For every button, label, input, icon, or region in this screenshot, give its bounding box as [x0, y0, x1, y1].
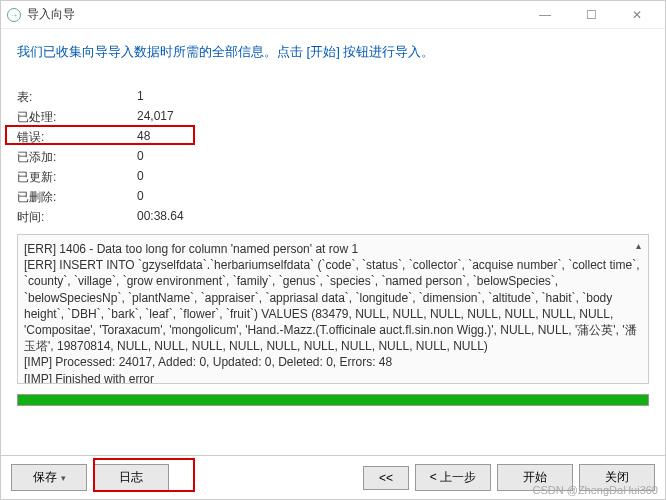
- import-wizard-window: → 导入向导 — ☐ ✕ 我们已收集向导导入数据时所需的全部信息。点击 [开始]…: [0, 0, 666, 500]
- stat-time-label: 时间:: [17, 209, 137, 226]
- stats-grid: 表: 1 已处理: 24,017 错误: 48 已添加: 0 已更新: 0 已删…: [17, 89, 649, 226]
- stat-errors-label: 错误:: [17, 129, 137, 146]
- maximize-button[interactable]: ☐: [569, 3, 613, 27]
- stat-time-value: 00:38.64: [137, 209, 267, 226]
- save-button[interactable]: 保存 ▾: [11, 464, 87, 491]
- stat-updated-label: 已更新:: [17, 169, 137, 186]
- log-line: [ERR] INSERT INTO `gzyselfdata`.`herbari…: [24, 257, 642, 354]
- minimize-button[interactable]: —: [523, 3, 567, 27]
- first-button[interactable]: <<: [363, 466, 409, 490]
- chevron-down-icon: ▾: [61, 473, 66, 483]
- stat-deleted-label: 已删除:: [17, 189, 137, 206]
- stat-processed-label: 已处理:: [17, 109, 137, 126]
- instruction-text: 我们已收集向导导入数据时所需的全部信息。点击 [开始] 按钮进行导入。: [17, 43, 649, 61]
- close-window-button[interactable]: ✕: [615, 3, 659, 27]
- progress-bar: [17, 394, 649, 406]
- wizard-icon: →: [7, 8, 21, 22]
- stat-added-label: 已添加:: [17, 149, 137, 166]
- stat-deleted-value: 0: [137, 189, 267, 206]
- log-output[interactable]: ▴ [ERR] 1406 - Data too long for column …: [17, 234, 649, 384]
- stat-table-label: 表:: [17, 89, 137, 106]
- scroll-up-icon[interactable]: ▴: [636, 239, 646, 253]
- titlebar: → 导入向导 — ☐ ✕: [1, 1, 665, 29]
- close-button[interactable]: 关闭: [579, 464, 655, 491]
- stat-processed-value: 24,017: [137, 109, 267, 126]
- log-line: [ERR] 1406 - Data too long for column 'n…: [24, 241, 642, 257]
- save-button-label: 保存: [33, 469, 57, 486]
- window-title: 导入向导: [27, 6, 523, 23]
- prev-button[interactable]: < 上一步: [415, 464, 491, 491]
- content-area: 我们已收集向导导入数据时所需的全部信息。点击 [开始] 按钮进行导入。 表: 1…: [1, 29, 665, 455]
- start-button[interactable]: 开始: [497, 464, 573, 491]
- stat-updated-value: 0: [137, 169, 267, 186]
- log-line: [IMP] Processed: 24017, Added: 0, Update…: [24, 354, 642, 370]
- stat-added-value: 0: [137, 149, 267, 166]
- stat-table-value: 1: [137, 89, 267, 106]
- log-button[interactable]: 日志: [93, 464, 169, 491]
- footer-bar: 保存 ▾ 日志 << < 上一步 开始 关闭: [1, 455, 665, 499]
- log-line: [IMP] Finished with error: [24, 371, 642, 385]
- stat-errors-value: 48: [137, 129, 267, 146]
- window-controls: — ☐ ✕: [523, 3, 659, 27]
